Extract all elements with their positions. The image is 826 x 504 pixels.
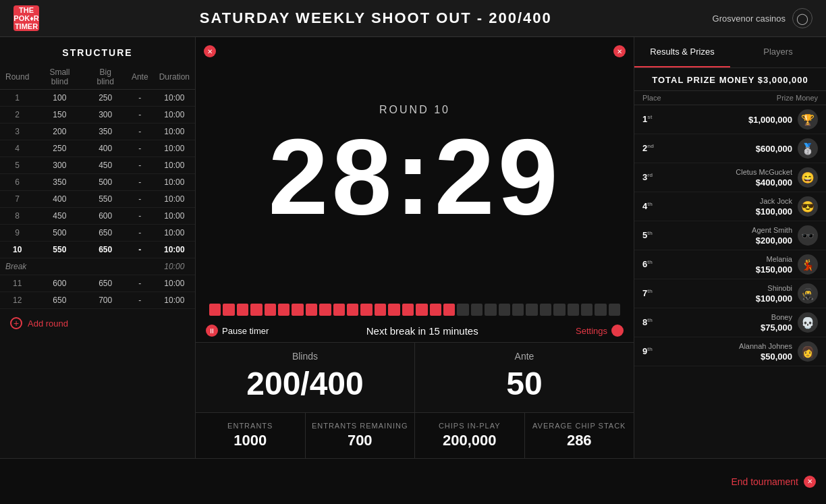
progress-tick <box>499 304 510 316</box>
stat-chips-in-play: Chips in-play 200,000 <box>415 413 525 458</box>
user-avatar[interactable]: ◯ <box>792 8 813 28</box>
next-break-label: Next break in 15 minutes <box>366 325 478 337</box>
col-place-label: Place <box>642 94 661 102</box>
progress-tick <box>292 304 303 316</box>
progress-tick <box>609 304 620 316</box>
progress-tick <box>278 304 290 316</box>
entrants-remaining-label: Entrants remaining <box>312 422 408 430</box>
prize-amount: $200,000 <box>756 235 792 246</box>
prize-player: Boney <box>771 313 792 321</box>
prize-info: Cletus McGucket $400,000 <box>736 168 792 188</box>
prize-right: $600,000 🥈 <box>756 138 818 159</box>
progress-tick <box>553 304 565 316</box>
avatar: 💃 <box>798 254 818 275</box>
progress-tick <box>223 304 234 316</box>
prize-player: Shinobi <box>767 284 792 292</box>
avg-chip-label: Average Chip Stack <box>532 422 626 430</box>
add-round-label: Add round <box>28 318 68 329</box>
prize-player: Agent Smith <box>752 226 792 234</box>
pause-label: Pause timer <box>222 326 269 336</box>
prize-right: Shinobi $100,000 🥷 <box>756 283 818 304</box>
center-panel: ✕ ✕ ROUND 10 28:29 ⏸ Pause timer Next br… <box>196 37 634 458</box>
stat-entrants: Entrants 1000 <box>196 413 306 458</box>
prize-amount: $1,000,000 <box>748 115 792 125</box>
list-item: 1st $1,000,000 🏆 <box>634 105 826 134</box>
stat-entrants-remaining: Entrants remaining 700 <box>306 413 416 458</box>
progress-tick <box>512 304 524 316</box>
progress-tick <box>347 304 358 316</box>
avatar: 😄 <box>798 167 818 188</box>
prize-info: Shinobi $100,000 <box>756 284 792 304</box>
progress-tick <box>402 304 414 316</box>
table-row: 7400550-10:00 <box>0 191 195 208</box>
settings-icon: ⚙ <box>611 325 624 337</box>
logo: THEPOK♦RTIMER <box>13 5 39 31</box>
tab-players[interactable]: Players <box>730 37 826 67</box>
username-label: Grosvenor casinos <box>713 13 786 24</box>
progress-tick <box>265 304 276 316</box>
timer-area: ✕ ✕ ROUND 10 28:29 <box>196 37 634 297</box>
avatar: 🥈 <box>798 138 818 159</box>
prize-info: Agent Smith $200,000 <box>752 226 792 246</box>
avatar: 🥷 <box>798 283 818 304</box>
table-row: 12650700-10:00 <box>0 292 195 309</box>
table-row: 8450600-10:00 <box>0 208 195 225</box>
stats-row: Entrants 1000 Entrants remaining 700 Chi… <box>196 412 634 458</box>
ante-box: Ante 50 <box>415 343 634 412</box>
list-item: 9th Alannah Johnes $50,000 👩 <box>634 337 826 366</box>
end-tournament-button[interactable]: End tournament ✕ <box>731 476 816 488</box>
structure-table: Round Small blind Big blind Ante Duratio… <box>0 65 195 309</box>
progress-tick <box>595 304 606 316</box>
prize-info: Jack Jock $100,000 <box>756 197 792 217</box>
prize-amount: $100,000 <box>756 293 792 304</box>
add-round-button[interactable]: + Add round <box>0 309 78 337</box>
prize-right: Agent Smith $200,000 🕶️ <box>752 225 818 246</box>
tab-results-prizes[interactable]: Results & Prizes <box>634 37 730 67</box>
table-row: 5300450-10:00 <box>0 157 195 174</box>
progress-tick <box>457 304 468 316</box>
blinds-value: 200/400 <box>209 365 401 402</box>
table-row: 11600650-10:00 <box>0 275 195 292</box>
pause-timer-button[interactable]: ⏸ Pause timer <box>206 325 269 337</box>
avatar: 💀 <box>798 312 818 333</box>
stat-avg-chip: Average Chip Stack 286 <box>525 413 634 458</box>
progress-tick <box>388 304 400 316</box>
col-prize-label: Prize Money <box>777 94 818 102</box>
page-title: SATURDAY WEEKLY SHOOT OUT - 200/400 <box>200 9 552 27</box>
plus-icon: + <box>10 317 22 329</box>
prize-info: $600,000 <box>756 144 792 154</box>
prize-place: 4th <box>642 201 666 211</box>
prize-player: Alannah Johnes <box>739 342 792 350</box>
close-right-button[interactable]: ✕ <box>613 45 626 57</box>
prize-right: Jack Jock $100,000 😎 <box>756 196 818 217</box>
col-big-blind: Big blind <box>84 65 126 90</box>
prize-place: 9th <box>642 346 666 356</box>
prize-player: Jack Jock <box>760 197 792 205</box>
timer-controls: ⏸ Pause timer Next break in 15 minutes S… <box>196 319 634 342</box>
prize-right: Boney $75,000 💀 <box>761 312 818 333</box>
settings-button[interactable]: Settings ⚙ <box>576 325 624 337</box>
ante-label: Ante <box>429 351 620 362</box>
prizes-list: 1st $1,000,000 🏆 2nd $600,000 🥈 3rd Clet… <box>634 105 826 458</box>
app-header: THEPOK♦RTIMER SATURDAY WEEKLY SHOOT OUT … <box>0 0 826 37</box>
main-content: STRUCTURE Round Small blind Big blind An… <box>0 37 826 458</box>
structure-title: STRUCTURE <box>0 37 195 65</box>
avatar: 🕶️ <box>798 225 818 246</box>
structure-panel: STRUCTURE Round Small blind Big blind An… <box>0 37 196 458</box>
close-left-button[interactable]: ✕ <box>204 45 216 57</box>
prize-right: Melania $150,000 💃 <box>756 254 818 275</box>
progress-tick <box>485 304 496 316</box>
progress-tick <box>471 304 483 316</box>
table-row: 6350500-10:00 <box>0 174 195 191</box>
prize-player: Melania <box>766 255 792 263</box>
prize-cols: Place Prize Money <box>634 91 826 105</box>
round-label: ROUND 10 <box>379 104 450 116</box>
table-row: 1100250-10:00 <box>0 90 195 107</box>
ante-value: 50 <box>429 365 620 402</box>
list-item: 6th Melania $150,000 💃 <box>634 250 826 279</box>
table-row: 2150300-10:00 <box>0 107 195 123</box>
prize-place: 7th <box>642 288 666 298</box>
bottom-bar: End tournament ✕ <box>0 458 826 504</box>
list-item: 2nd $600,000 🥈 <box>634 134 826 163</box>
pause-icon: ⏸ <box>206 325 218 337</box>
